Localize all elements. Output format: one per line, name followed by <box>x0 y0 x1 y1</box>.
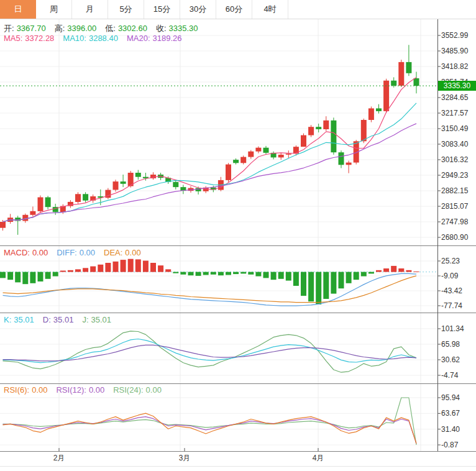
y-axis-tick-label: 3016.32 <box>441 155 476 164</box>
macd-legend: MACD:0.00DIFF:0.00DEA:0.00 <box>4 248 150 257</box>
legend-value: 3288.40 <box>89 34 118 43</box>
y-axis-tick-label: 25.23 <box>441 257 476 265</box>
legend-label: MACD: <box>4 248 30 257</box>
kdj-legend: K:35.01D:35.01J:35.01 <box>4 315 120 324</box>
legend-label: RSI(24): <box>113 385 143 395</box>
tab-period-7[interactable]: 60分 <box>216 0 252 19</box>
y-axis-tick-label: 2815.07 <box>441 202 476 211</box>
y-axis-tick-label: 101.34 <box>441 324 476 333</box>
y-axis-tick-label: 30.62 <box>441 355 476 364</box>
tab-period-4[interactable]: 5分 <box>108 0 144 19</box>
y-axis-tick-label: -43.42 <box>441 286 476 295</box>
y-axis-tick-label: 3418.82 <box>441 62 476 71</box>
y-axis-tick-label: 2882.15 <box>441 186 476 195</box>
tab-period-2[interactable]: 周 <box>36 0 72 19</box>
tab-period-8[interactable]: 4时 <box>252 0 288 19</box>
tab-period-3[interactable]: 月 <box>72 0 108 19</box>
y-axis-tick-label: 65.98 <box>441 340 476 349</box>
legend-label: 高: <box>55 24 65 33</box>
tab-period-1[interactable]: 日 <box>0 0 36 19</box>
y-axis-tick-label: 3552.99 <box>441 31 476 40</box>
y-axis-tick-label: 3150.49 <box>441 124 476 133</box>
y-axis-tick-label: 3083.40 <box>441 140 476 149</box>
legend-label: MA20: <box>127 34 150 43</box>
legend-value: 35.01 <box>14 315 34 324</box>
legend-label: 收: <box>156 24 167 33</box>
legend-value: 0.00 <box>125 248 140 257</box>
chart-svg <box>0 0 476 471</box>
legend-label: RSI(6): <box>4 385 29 395</box>
y-axis-tick-label: -9.09 <box>441 272 476 280</box>
ma-legend: MA5:3372.28MA10:3288.40MA20:3189.26 <box>4 34 191 43</box>
legend-value: 3335.30 <box>169 24 198 33</box>
x-axis-month-label: 3月 <box>179 453 191 464</box>
legend-value: 3302.60 <box>118 24 147 33</box>
legend-label: DEA: <box>104 248 122 257</box>
legend-value: 0.00 <box>32 385 47 395</box>
y-axis-tick-label: 2747.98 <box>441 217 476 226</box>
y-axis-tick-label: 95.94 <box>441 393 476 402</box>
legend-value: 0.00 <box>32 248 48 257</box>
current-price-badge: 3335.30 <box>438 81 476 91</box>
y-axis-tick-label: 3217.57 <box>441 109 476 117</box>
y-axis-tick-label: 3485.90 <box>441 47 476 55</box>
y-axis-tick-label: 63.67 <box>441 409 476 418</box>
tab-period-5[interactable]: 15分 <box>144 0 180 19</box>
tab-period-6[interactable]: 30分 <box>180 0 216 19</box>
rsi-legend: RSI(6):0.00RSI(12):0.00RSI(24):0.00 <box>4 385 170 395</box>
legend-value: 3396.00 <box>67 24 96 33</box>
legend-value: 35.01 <box>53 315 74 324</box>
legend-value: 3367.70 <box>17 24 46 33</box>
y-axis-tick-label: 2949.23 <box>441 171 476 180</box>
legend-value: 3372.28 <box>25 34 54 43</box>
legend-label: J: <box>82 315 88 324</box>
y-axis-tick-label: -4.74 <box>441 371 476 380</box>
y-axis-tick-label: 31.40 <box>441 425 476 434</box>
legend-label: DIFF: <box>57 248 77 257</box>
legend-label: 低: <box>105 24 116 33</box>
legend-value: 3189.26 <box>153 34 182 43</box>
legend-value: 0.00 <box>146 385 162 395</box>
legend-label: K: <box>4 315 11 324</box>
legend-value: 0.00 <box>89 385 104 395</box>
legend-label: D: <box>43 315 51 324</box>
legend-label: RSI(12): <box>56 385 86 395</box>
y-axis-tick-label: -77.74 <box>441 301 476 310</box>
main-chart-plot-area[interactable] <box>0 19 437 245</box>
ohlc-legend: 开:3367.70高:3396.00低:3302.60收:3335.30 <box>4 23 207 34</box>
legend-value: 0.00 <box>80 248 95 257</box>
period-toolbar: 日周月5分15分30分60分4时 <box>0 0 476 19</box>
legend-label: MA10: <box>63 34 86 43</box>
y-axis-tick-label: -0.87 <box>441 441 476 449</box>
y-axis-tick-label: 2680.90 <box>441 233 476 242</box>
y-axis-tick-label: 3284.65 <box>441 93 476 102</box>
legend-value: 35.01 <box>91 315 112 324</box>
stock-chart-app: 日周月5分15分30分60分4时 开:3367.70高:3396.00低:330… <box>0 0 476 471</box>
x-axis-month-label: 4月 <box>313 453 324 464</box>
legend-label: MA5: <box>4 34 22 43</box>
x-axis-month-label: 2月 <box>53 453 65 464</box>
legend-label: 开: <box>4 24 14 33</box>
